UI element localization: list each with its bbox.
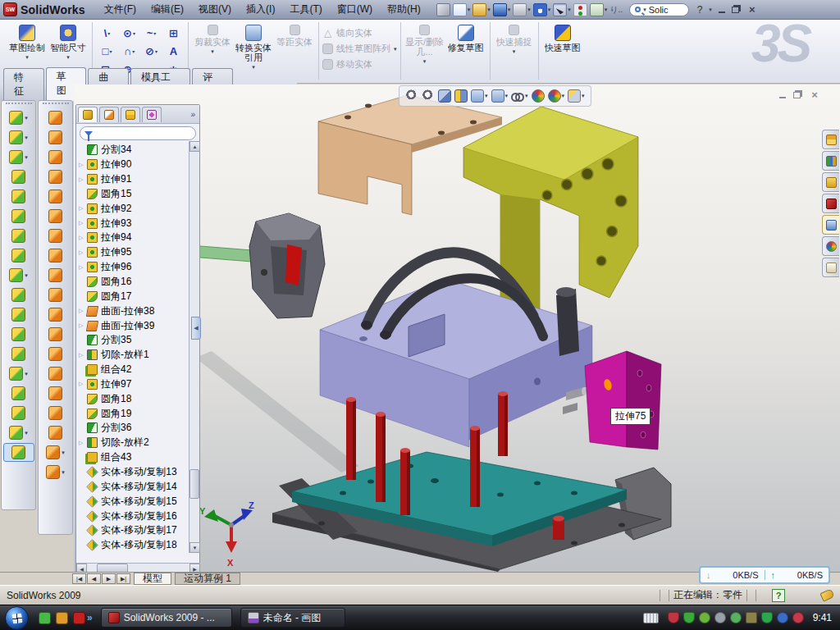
pin-icon[interactable] (436, 3, 450, 16)
tool-extruded-surface[interactable] (40, 108, 71, 127)
study-nav-2[interactable]: ▶ (102, 573, 116, 584)
dropdown-arrow-icon[interactable]: ▾ (132, 48, 135, 54)
tree-item[interactable]: 圆角15 (76, 187, 199, 202)
tool-spline-tool[interactable]: ▾ (3, 423, 34, 442)
convert-dropdown-icon[interactable]: ▾ (252, 64, 255, 71)
tree-item[interactable]: 圆角19 (76, 406, 199, 421)
tool-extruded-boss-base[interactable]: ▾ (3, 108, 34, 127)
tree-item[interactable]: 组合43 (76, 450, 199, 465)
menu-item-4[interactable]: 工具(T) (282, 0, 329, 19)
dropdown-arrow-icon[interactable]: ▾ (562, 93, 565, 99)
part-lavender-block[interactable] (320, 279, 592, 447)
quick-snaps-button[interactable]: 快速捕捉 ▾ (494, 22, 535, 55)
file-explorer-tab[interactable] (822, 215, 839, 235)
help-button[interactable]: ? (697, 4, 703, 16)
volume-icon[interactable] (714, 612, 726, 623)
dropdown-arrow-icon[interactable]: ▾ (548, 7, 551, 13)
tool-linear-pattern[interactable]: ▾ (3, 266, 34, 285)
smart-dimension-button[interactable]: 智能尺寸 ▾ (48, 22, 89, 61)
dropdown-arrow-icon[interactable]: ▾ (107, 30, 110, 36)
tool-swept-boss[interactable] (3, 167, 34, 186)
dropdown-arrow-icon[interactable]: ▾ (525, 93, 528, 99)
tool-delete-body[interactable]: ▾ (3, 364, 34, 383)
partial-icon[interactable]: り.. (609, 3, 623, 16)
expand-arrow-icon[interactable]: ▷ (79, 249, 87, 256)
tree-item[interactable]: ▷拉伸92 (76, 201, 199, 216)
expand-arrow-icon[interactable]: ▷ (79, 162, 87, 168)
move-entities-button[interactable]: 移动实体 (322, 58, 397, 71)
tool-boundary-surface[interactable] (40, 187, 71, 206)
tool-extruded-cut[interactable]: ▾ (3, 128, 34, 147)
dropdown-arrow-icon[interactable]: ▾ (109, 48, 112, 54)
tree-vertical-scrollbar[interactable]: ▲ ▼ (189, 141, 199, 553)
taskbar-clock[interactable]: 9:41 (813, 612, 832, 623)
panel-splitter-button[interactable]: ◀ (191, 317, 201, 340)
tool-mirror[interactable] (3, 305, 34, 324)
view-orientation-button[interactable]: ▾ (471, 89, 488, 103)
tool-shell[interactable] (3, 246, 34, 265)
dropdown-arrow-icon[interactable]: ▾ (605, 7, 608, 13)
rapid-sketch-button[interactable]: 快速草图 (542, 22, 583, 52)
quick-launch-overflow-icon[interactable]: » (87, 612, 93, 623)
dropdown-arrow-icon[interactable]: ▾ (25, 154, 28, 161)
dropdown-arrow-icon[interactable]: ▾ (527, 7, 531, 13)
minimize-button[interactable] (719, 7, 725, 13)
custom-properties-tab[interactable] (822, 258, 839, 277)
tool-offset-surface[interactable] (40, 246, 71, 265)
open-icon[interactable] (472, 3, 486, 16)
study-nav-3[interactable]: ▶| (116, 573, 130, 584)
health-shield-icon[interactable] (761, 612, 773, 623)
sketch-entity-tool-5[interactable]: ∩▾ (118, 45, 140, 57)
tool-freeform[interactable]: ▾ (40, 463, 71, 482)
tool-delete-face[interactable] (40, 305, 71, 324)
tree-item[interactable]: 圆角16 (76, 275, 199, 290)
tool-revolved-surface[interactable] (40, 128, 71, 147)
sync-busy-icon[interactable] (792, 612, 804, 623)
stoplight-icon[interactable] (573, 3, 587, 16)
tree-filter-box[interactable] (80, 126, 196, 140)
sketch-entity-tool-7[interactable]: A (162, 45, 185, 57)
alert-grid-icon[interactable] (746, 612, 757, 623)
tree-item[interactable]: 实体-移动/复制13 (76, 465, 199, 480)
tool-split-tool[interactable] (3, 325, 34, 344)
tree-item[interactable]: ▷拉伸91 (76, 172, 199, 187)
edit-appearance-button[interactable] (532, 89, 545, 103)
dropdown-arrow-icon[interactable]: ▾ (62, 450, 65, 456)
sketch-entity-tool-4[interactable]: □▾ (96, 45, 118, 57)
sketch-entity-tool-3[interactable]: ⊞ (162, 27, 185, 39)
dropdown-arrow-icon[interactable]: ▾ (25, 272, 28, 279)
menu-item-6[interactable]: 帮助(H) (380, 0, 428, 19)
search-input[interactable] (649, 5, 683, 15)
bottom-tab-1[interactable]: 运动算例 1 (175, 573, 240, 585)
menu-item-2[interactable]: 视图(V) (191, 0, 239, 19)
bottom-tab-0[interactable]: 模型 (134, 573, 171, 585)
tool-deform[interactable] (3, 384, 34, 403)
taskbar-window-1[interactable]: 未命名 - 画图 (240, 608, 345, 628)
menu-item-1[interactable]: 编辑(E) (144, 0, 191, 19)
dimxpertmanager-tab[interactable] (142, 107, 162, 122)
tree-item[interactable]: ▷拉伸93 (76, 216, 199, 231)
expand-arrow-icon[interactable]: ▷ (79, 381, 87, 387)
expand-arrow-icon[interactable]: ▷ (79, 235, 87, 241)
tool-trim-surface[interactable] (40, 364, 71, 383)
sketch-entity-tool-2[interactable]: ~▾ (140, 27, 162, 39)
dropdown-arrow-icon[interactable]: ▾ (153, 30, 156, 36)
hide-show-items-button[interactable]: ▾ (511, 89, 528, 103)
solidworks-launcher-icon[interactable] (73, 612, 85, 624)
tool-extend-surface[interactable] (40, 345, 71, 363)
tool-rib[interactable] (3, 285, 34, 304)
media-player-icon[interactable] (56, 612, 68, 624)
quick-tips-icon[interactable]: ? (772, 589, 785, 602)
zoom-area-button[interactable] (422, 89, 435, 103)
sketch-entity-tool-6[interactable]: ⊘▾ (140, 45, 162, 57)
save-icon[interactable] (493, 3, 507, 16)
scroll-down-icon[interactable]: ▼ (189, 542, 200, 553)
sketch-dropdown-icon[interactable]: ▾ (25, 54, 29, 61)
display-delete-relations-button[interactable]: 显示/删除几... ▾ (404, 22, 445, 65)
security-shield-icon[interactable] (668, 612, 679, 623)
keyboard-layout-icon[interactable] (643, 613, 659, 623)
tool-lofted-surface[interactable] (40, 167, 71, 186)
toolbar-grip[interactable] (43, 103, 69, 105)
apply-scene-button[interactable]: ▾ (548, 89, 565, 103)
tool-filled-surface[interactable] (40, 207, 71, 226)
